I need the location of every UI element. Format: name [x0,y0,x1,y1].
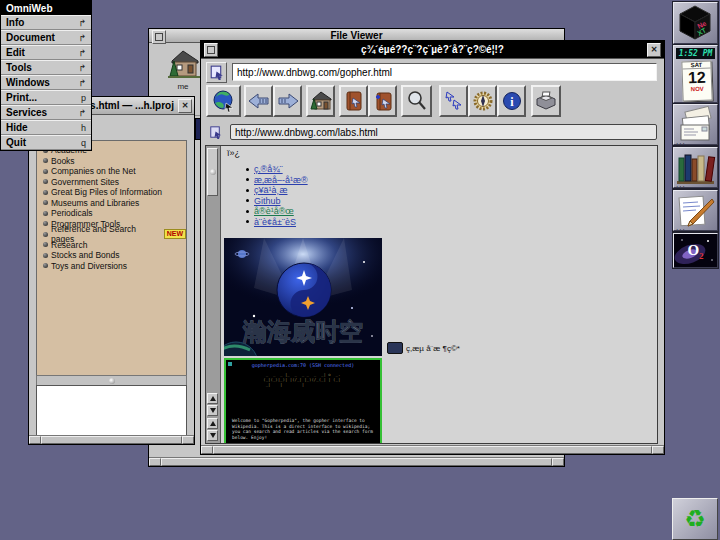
bookmark-item[interactable]: Companies on the Net [43,166,186,177]
terminal-header: gopherpedia.com:70 (SSH connected) [226,362,380,368]
gopherpedia-terminal-image[interactable]: gopherpedia.com:70 (SSH connected) _ _ _… [224,358,382,443]
bookmark-item[interactable]: Reference and Search pagesNEW [43,229,186,240]
bookmarks-button[interactable] [339,85,368,117]
browser-window[interactable]: ç¾´éµé??ç¨?ç¨µè?´å?¨ç?©é¦!? ✕ http://www… [200,40,665,455]
omniweb-menu: OmniWeb Info↱ Document↱ Edit↱ Tools↱ Win… [0,0,92,151]
list-item: à¨è¢å±¨èS [246,217,308,228]
globe-icon [212,89,236,113]
search-button[interactable] [401,85,432,117]
key-equivalent: q [81,138,86,148]
bookmark-item[interactable]: Government Sites [43,177,186,188]
bullet-icon [43,200,48,205]
bookmarks-resize-bar[interactable] [29,435,194,444]
menu-item-document[interactable]: Document↱ [1,30,91,45]
menu-item-windows[interactable]: Windows↱ [1,75,91,90]
link-history-button[interactable] [439,85,468,117]
info-button[interactable]: i [497,85,526,117]
fileviewer-resize-bar[interactable] [149,457,564,466]
browser-resize-bar[interactable] [201,445,664,454]
scroll-bottom-button[interactable] [207,430,218,441]
home-icon [309,90,333,112]
status-url: http://www.dnbwg.com/labs.html [230,124,657,140]
status-bar-row: http://www.dnbwg.com/labs.html [206,122,657,142]
bookmark-item[interactable]: Toys and Diversions [43,261,186,272]
info-icon: i [502,91,522,111]
page-link[interactable]: à¨è¢å±¨èS [254,217,296,227]
add-bookmark-icon [372,90,394,112]
search-icon [406,90,428,112]
url-bar-row: http://www.dnbwg.com/gopher.html [206,62,657,82]
dock-tile-next[interactable]: Ne XT [673,2,718,44]
compass-gear-icon [472,90,494,112]
scrollbar-knob[interactable] [207,148,218,196]
bookmark-item[interactable]: Books [43,156,186,167]
page-link[interactable]: Github [254,196,281,206]
web-page: ï»¿ ç‚®å¾¨ æ‚æå–-å¹æ® ç¥ä¹à¸æ Github å®è… [221,146,657,443]
submenu-arrow-icon: ↱ [78,63,86,73]
browser-titlebar[interactable]: ç¾´éµé??ç¨?ç¨µè?´å?¨ç?©é¦!? ✕ [201,41,664,59]
bookmarks-detail-panel[interactable] [36,385,187,440]
menu-item-tools[interactable]: Tools↱ [1,60,91,75]
bookmark-item[interactable]: Great Big Piles of Information [43,187,186,198]
add-bookmark-button[interactable] [368,85,397,117]
menu-item-hide[interactable]: Hideh [1,120,91,135]
cursor-links-icon [443,90,465,112]
app-dots-indicator: ... [676,223,686,232]
bullet-icon [43,169,48,174]
omni-logo: O2 [674,242,717,261]
dock-tile-omniweb[interactable]: O2 [673,233,718,268]
scroll-down-button[interactable] [207,405,218,416]
menu-item-services[interactable]: Services↱ [1,105,91,120]
bookmark-item[interactable]: Periodicals [43,208,186,219]
bookmark-book-icon [344,90,364,112]
close-button[interactable]: ✕ [647,43,661,57]
close-button[interactable]: ✕ [178,99,192,113]
browser-title: ç¾´éµé??ç¨?ç¨µè?´å?¨ç?©é¦!? [218,44,647,55]
app-dots-indicator: ... [676,137,686,146]
bullet-icon [43,179,48,184]
url-input[interactable]: http://www.dnbwg.com/gopher.html [232,63,657,81]
menu-item-edit[interactable]: Edit↱ [1,45,91,60]
status-link-icon [206,124,225,141]
page-link[interactable]: æ‚æå–-å¹æ® [254,175,308,185]
bookmark-item[interactable]: Stocks and Bonds [43,250,186,261]
bullet-icon [43,211,48,216]
menu-item-quit[interactable]: Quitq [1,135,91,150]
browser-content-frame: ï»¿ ç‚®å¾¨ æ‚æå–-å¹æ® ç¥ä¹à¸æ Github å®è… [205,145,658,444]
dock-tile-mail[interactable]: ... [673,104,718,145]
dock-tile-library[interactable]: ... [673,147,718,188]
forward-button[interactable] [273,85,302,117]
hanhaiwei-banner-image[interactable]: 瀚海威时空 [224,238,382,356]
printer-icon [534,91,558,111]
page-link[interactable]: ç¥ä¹à¸æ [254,185,288,195]
image-caption: ç,æµ å¨æ ¶ç©* [387,342,460,354]
recycler-dock-tile[interactable]: ♻ [672,498,718,540]
list-item: å®è¹å®œ [246,206,308,217]
page-link[interactable]: ç‚®å¾¨ [254,164,283,174]
home-folder-shelf-item[interactable]: me [163,47,203,99]
miniaturize-button[interactable] [204,43,218,57]
terminal-ascii-art: _ _ _ |_ _ _ _ _ _| o _. (_|(_)|_)| |(/_… [226,372,380,387]
bullet-icon [43,253,48,258]
miniaturize-button[interactable] [152,30,166,44]
banner-chinese-text: 瀚海威时空 [242,318,363,345]
bullet-icon [43,242,48,247]
page-link[interactable]: å®è¹å®œ [254,206,294,216]
bookmark-item[interactable]: Museums and Libraries [43,198,186,209]
fetch-page-button[interactable] [206,85,241,117]
scroll-top-button[interactable] [207,418,218,429]
dock-tile-edit[interactable]: ... [673,190,718,231]
list-item: ç‚®å¾¨ [246,164,308,175]
key-equivalent: h [81,123,86,133]
home-button[interactable] [306,85,335,117]
menu-item-info[interactable]: Info↱ [1,15,91,30]
omniweb-compass-button[interactable] [468,85,497,117]
print-button[interactable] [531,85,561,117]
back-button[interactable] [244,85,273,117]
bullet-icon [43,190,48,195]
dock-tile-clock-calendar[interactable]: 1:52 PM SAT 12 NOV [673,45,718,103]
vertical-scrollbar[interactable] [206,146,221,443]
menu-item-print[interactable]: Print...p [1,90,91,105]
bookmarks-list-panel[interactable]: Academe Books Companies on the Net Gover… [36,140,187,376]
scroll-up-button[interactable] [207,393,218,404]
